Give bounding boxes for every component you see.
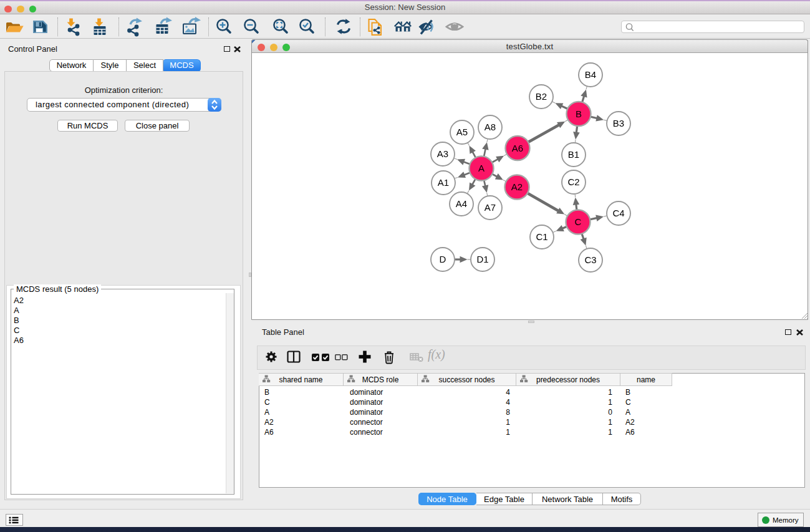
svg-text:A1: A1 <box>438 177 449 188</box>
svg-text:D1: D1 <box>476 254 488 264</box>
svg-text:A7: A7 <box>485 202 496 213</box>
svg-text:C2: C2 <box>567 177 579 187</box>
svg-text:B3: B3 <box>613 118 624 128</box>
svg-text:C3: C3 <box>584 254 596 265</box>
svg-text:A4: A4 <box>456 198 467 209</box>
svg-text:C4: C4 <box>612 208 624 218</box>
svg-text:A8: A8 <box>485 122 496 132</box>
svg-text:D: D <box>440 254 446 264</box>
svg-text:A3: A3 <box>437 148 448 159</box>
svg-text:A: A <box>478 163 485 173</box>
svg-text:C1: C1 <box>536 231 547 242</box>
svg-text:A2: A2 <box>511 181 523 192</box>
svg-text:C: C <box>575 216 582 227</box>
svg-text:B1: B1 <box>568 149 579 160</box>
svg-text:B2: B2 <box>536 91 547 102</box>
svg-text:A6: A6 <box>512 143 523 153</box>
svg-text:B4: B4 <box>585 69 596 80</box>
svg-text:A5: A5 <box>456 127 468 137</box>
svg-text:B: B <box>576 109 582 119</box>
